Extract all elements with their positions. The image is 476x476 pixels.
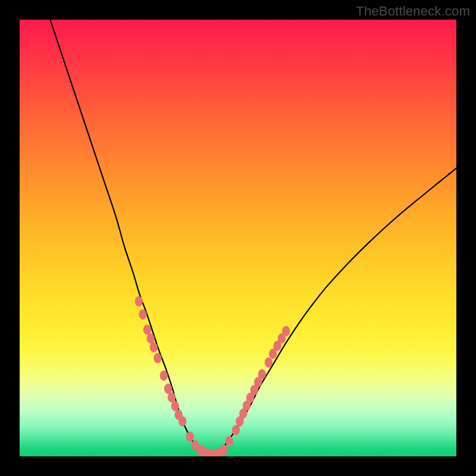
data-marker bbox=[265, 358, 272, 367]
data-marker bbox=[135, 296, 142, 306]
chart-frame: TheBottleneck.com bbox=[0, 0, 476, 476]
data-marker bbox=[220, 445, 227, 455]
data-marker bbox=[160, 371, 167, 380]
data-marker bbox=[258, 369, 265, 379]
marker-group bbox=[135, 296, 290, 456]
data-marker bbox=[150, 342, 157, 352]
plot-area bbox=[20, 20, 456, 456]
data-marker bbox=[147, 334, 154, 343]
data-marker bbox=[283, 326, 290, 336]
data-marker bbox=[179, 416, 186, 426]
data-marker bbox=[154, 353, 161, 363]
data-marker bbox=[139, 309, 146, 319]
watermark-text: TheBottleneck.com bbox=[356, 4, 470, 19]
data-marker bbox=[164, 384, 171, 393]
data-marker bbox=[226, 436, 233, 446]
data-marker bbox=[168, 393, 175, 402]
chart-svg bbox=[20, 20, 456, 456]
data-marker bbox=[171, 401, 178, 411]
data-marker bbox=[232, 425, 239, 435]
data-marker bbox=[143, 325, 151, 334]
right-curve bbox=[216, 168, 456, 455]
data-marker bbox=[186, 432, 193, 441]
left-curve bbox=[50, 20, 207, 454]
